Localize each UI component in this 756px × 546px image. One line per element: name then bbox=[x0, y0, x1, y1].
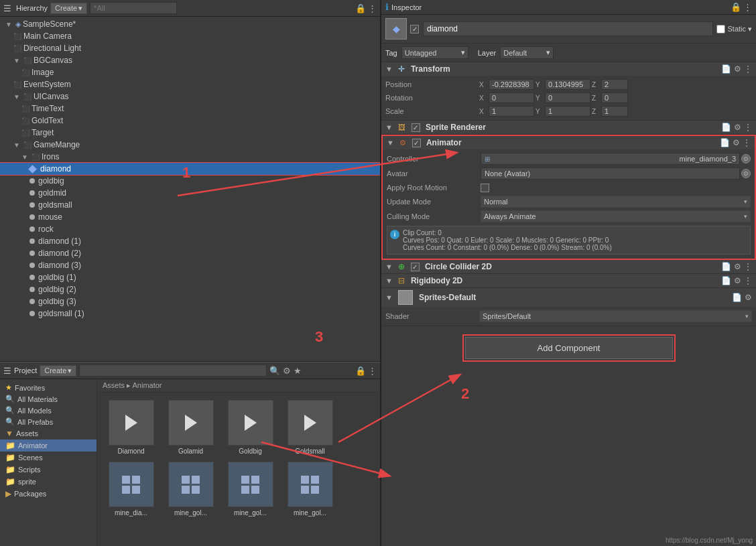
animator-checkbox[interactable] bbox=[412, 139, 421, 147]
component-info-icon[interactable]: 📄 bbox=[721, 123, 731, 132]
filter-icon[interactable]: ⚙ bbox=[283, 366, 291, 376]
sidebar-item-assets[interactable]: ▼ Assets bbox=[0, 427, 97, 439]
star-icon[interactable]: ★ bbox=[294, 366, 302, 376]
asset-item-diamond[interactable]: Diamond bbox=[103, 398, 160, 457]
component-settings-icon[interactable]: ⚙ bbox=[745, 293, 752, 302]
component-more-icon[interactable]: ⋮ bbox=[744, 64, 752, 74]
hierarchy-item-timetext[interactable]: ⬛ TimeText bbox=[0, 103, 380, 115]
inspector-lock-icon[interactable]: 🔒 bbox=[731, 2, 741, 12]
component-info-icon[interactable]: 📄 bbox=[732, 293, 742, 302]
component-settings-icon[interactable]: ⚙ bbox=[734, 262, 741, 271]
asset-item-mine-gol2[interactable]: mine_gol... bbox=[222, 460, 279, 519]
material-header[interactable]: ▼ Sprites-Default 📄 ⚙ bbox=[381, 288, 756, 307]
hierarchy-item-image[interactable]: ⬛ Image bbox=[0, 66, 380, 78]
avatar-select-btn[interactable]: ⊙ bbox=[741, 169, 751, 178]
position-x-input[interactable] bbox=[489, 79, 534, 90]
hierarchy-item-diamond2[interactable]: diamond (2) bbox=[0, 247, 380, 259]
hierarchy-item-samplescene[interactable]: ▼ ◈ SampleScene* bbox=[0, 18, 380, 30]
sprite-renderer-checkbox[interactable] bbox=[412, 123, 420, 132]
hierarchy-item-goldsmall[interactable]: goldsmall bbox=[0, 199, 380, 211]
hierarchy-item-gamemange[interactable]: ▼ ⬛ GameMange bbox=[0, 139, 380, 151]
avatar-field[interactable]: None (Avatar) bbox=[481, 167, 740, 180]
sidebar-item-all-prefabs[interactable]: 🔍 All Prefabs bbox=[0, 416, 97, 427]
project-menu-icon[interactable]: ⋮ bbox=[368, 366, 377, 376]
component-info-icon[interactable]: 📄 bbox=[720, 138, 730, 147]
asset-item-mine-dia[interactable]: mine_dia... bbox=[103, 460, 160, 519]
component-more-icon[interactable]: ⋮ bbox=[744, 123, 752, 132]
hierarchy-item-target[interactable]: ⬛ Target bbox=[0, 127, 380, 139]
hierarchy-item-goldbig1[interactable]: goldbig (1) bbox=[0, 271, 380, 283]
static-check[interactable] bbox=[716, 25, 725, 33]
position-y-input[interactable] bbox=[545, 79, 590, 90]
hierarchy-item-eventsystem[interactable]: ⬛ EventSystem bbox=[0, 78, 380, 90]
hierarchy-create-button[interactable]: Create ▾ bbox=[50, 3, 87, 14]
animator-header[interactable]: ▼ ⚙ Animator 📄 ⚙ ⋮ bbox=[383, 136, 755, 149]
component-more-icon[interactable]: ⋮ bbox=[744, 276, 752, 285]
component-info-icon[interactable]: 📄 bbox=[721, 262, 731, 271]
culling-mode-dropdown[interactable]: Always Animate ▾ bbox=[481, 210, 751, 222]
hierarchy-item-goldbig3[interactable]: goldbig (3) bbox=[0, 295, 380, 308]
rotation-x-input[interactable] bbox=[489, 92, 534, 103]
static-dropdown[interactable]: ▾ bbox=[748, 25, 752, 33]
asset-item-mine-gol1[interactable]: mine_gol... bbox=[162, 460, 219, 519]
hierarchy-item-diamond[interactable]: diamond bbox=[0, 163, 380, 175]
hierarchy-item-goldbig2[interactable]: goldbig (2) bbox=[0, 283, 380, 295]
hierarchy-item-uicanvas[interactable]: ▼ ⬛ UICanvas bbox=[0, 90, 380, 103]
sidebar-item-favorites[interactable]: ★ Favorites bbox=[0, 382, 97, 393]
project-create-button[interactable]: Create ▾ bbox=[40, 365, 76, 377]
hierarchy-item-goldmid[interactable]: goldmid bbox=[0, 187, 380, 199]
position-z-input[interactable] bbox=[601, 79, 628, 90]
circle-collider-checkbox[interactable] bbox=[411, 263, 420, 271]
component-more-icon[interactable]: ⋮ bbox=[744, 262, 752, 271]
sidebar-item-scenes[interactable]: 📁 Scenes bbox=[0, 452, 97, 464]
hierarchy-item-diamond3[interactable]: diamond (3) bbox=[0, 259, 380, 271]
shader-dropdown[interactable]: Sprites/Default ▾ bbox=[479, 310, 752, 322]
component-settings-icon[interactable]: ⚙ bbox=[734, 276, 741, 285]
rotation-y-input[interactable] bbox=[545, 92, 590, 103]
project-search-input[interactable] bbox=[79, 364, 267, 377]
hierarchy-item-rock[interactable]: rock bbox=[0, 223, 380, 235]
controller-select-btn[interactable]: ⊙ bbox=[741, 154, 751, 163]
hierarchy-item-goldbig[interactable]: goldbig bbox=[0, 175, 380, 187]
tag-select[interactable]: Untagged ▾ bbox=[401, 46, 468, 59]
hierarchy-search-input[interactable] bbox=[90, 2, 177, 14]
hierarchy-item-bgcanvas[interactable]: ▼ ⬛ BGCanvas bbox=[0, 54, 380, 66]
scale-z-input[interactable] bbox=[601, 106, 628, 117]
hierarchy-item-main-camera[interactable]: ⬛ Main Camera bbox=[0, 30, 380, 42]
sidebar-item-animator[interactable]: 📁 Animator bbox=[0, 439, 97, 452]
layer-select[interactable]: Default ▾ bbox=[500, 46, 554, 59]
rigidbody-2d-header[interactable]: ▼ ⊟ Rigidbody 2D 📄 ⚙ ⋮ bbox=[381, 274, 756, 287]
sidebar-item-scripts[interactable]: 📁 Scripts bbox=[0, 464, 97, 476]
sidebar-item-packages[interactable]: ▶ Packages bbox=[0, 488, 97, 500]
hierarchy-menu-icon[interactable]: ⋮ bbox=[368, 3, 377, 13]
scale-y-input[interactable] bbox=[545, 106, 590, 117]
object-active-checkbox[interactable] bbox=[410, 25, 419, 33]
component-settings-icon[interactable]: ⚙ bbox=[734, 64, 741, 74]
asset-item-goldbig[interactable]: Goldbig bbox=[222, 398, 279, 457]
transform-header[interactable]: ▼ ✛ Transform 📄 ⚙ ⋮ bbox=[381, 62, 756, 76]
sprite-renderer-header[interactable]: ▼ 🖼 Sprite Renderer 📄 ⚙ ⋮ bbox=[381, 121, 756, 134]
circle-collider-header[interactable]: ▼ ⊕ Circle Collider 2D 📄 ⚙ ⋮ bbox=[381, 260, 756, 273]
hierarchy-item-irons[interactable]: ▼ ⬛ Irons bbox=[0, 151, 380, 163]
component-more-icon[interactable]: ⋮ bbox=[743, 138, 751, 147]
inspector-menu-icon[interactable]: ⋮ bbox=[743, 2, 752, 12]
component-info-icon[interactable]: 📄 bbox=[721, 276, 731, 285]
asset-item-golamid[interactable]: Golamid bbox=[162, 398, 219, 457]
component-settings-icon[interactable]: ⚙ bbox=[733, 138, 740, 147]
hierarchy-lock-icon[interactable]: 🔒 bbox=[355, 3, 366, 13]
sidebar-item-all-models[interactable]: 🔍 All Models bbox=[0, 405, 97, 416]
scale-x-input[interactable] bbox=[489, 106, 534, 117]
object-name-input[interactable] bbox=[423, 21, 713, 36]
rotation-z-input[interactable] bbox=[601, 92, 628, 103]
component-settings-icon[interactable]: ⚙ bbox=[734, 123, 741, 132]
asset-item-mine-gol3[interactable]: mine_gol... bbox=[281, 460, 338, 519]
component-info-icon[interactable]: 📄 bbox=[721, 64, 731, 74]
sidebar-item-sprite[interactable]: 📁 sprite bbox=[0, 476, 97, 488]
apply-root-motion-checkbox[interactable] bbox=[481, 184, 489, 192]
hierarchy-item-goldtext[interactable]: ⬛ GoldText bbox=[0, 115, 380, 127]
add-component-button[interactable]: Add Component bbox=[465, 337, 673, 359]
hierarchy-item-directional-light[interactable]: ⬛ Directional Light bbox=[0, 42, 380, 54]
controller-field[interactable]: ⊞ mine_diamond_3 bbox=[481, 153, 740, 165]
update-mode-dropdown[interactable]: Normal ▾ bbox=[481, 196, 751, 208]
static-checkbox[interactable]: Static ▾ bbox=[716, 25, 752, 33]
